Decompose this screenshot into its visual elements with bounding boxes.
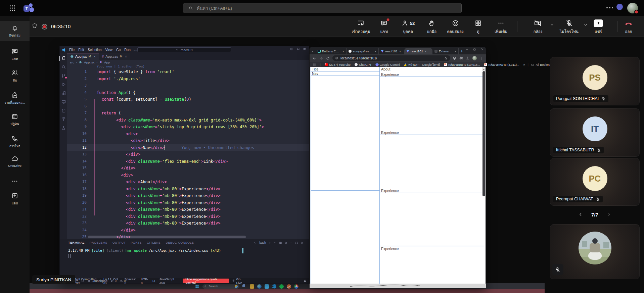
- chevron-down-icon[interactable]: [549, 22, 555, 28]
- downloads-icon[interactable]: [466, 56, 470, 60]
- notifications-bell-icon[interactable]: [303, 279, 307, 283]
- app-launcher-icon[interactable]: [9, 4, 16, 12]
- activity-extensions-icon[interactable]: [61, 91, 66, 96]
- close-tab-icon[interactable]: ×: [399, 50, 401, 53]
- terminal-tab-terminal[interactable]: TERMINAL: [68, 239, 85, 246]
- breadcrumb-item[interactable]: src: [70, 60, 74, 64]
- activity-branch-icon[interactable]: [61, 73, 66, 78]
- browser-tab[interactable]: react101×: [379, 48, 404, 54]
- browser-menu-icon[interactable]: [479, 56, 483, 60]
- code-line[interactable]: 3: [67, 82, 309, 89]
- meeting-button-take-control[interactable]: เข้าควบคุม: [352, 19, 370, 35]
- code-line[interactable]: 13 </div>: [67, 151, 309, 158]
- bookmark-item[interactable]: กล่องจดหมาย (3,311)...: [484, 62, 519, 67]
- code-line[interactable]: 19 <div className='mb-80'>Experience</di…: [67, 192, 309, 199]
- meeting-button-share[interactable]: แชร์: [594, 19, 603, 35]
- vscode-taskbar-icon[interactable]: [272, 284, 276, 289]
- chrome-icon[interactable]: [294, 284, 298, 289]
- editor-tab-App.jsx[interactable]: App.jsxM×: [67, 53, 99, 60]
- menu-item[interactable]: Selection: [88, 48, 101, 52]
- status-item[interactable]: UTF-8: [141, 277, 150, 285]
- menu-item[interactable]: View: [105, 48, 113, 52]
- terminal-tab-debug-console[interactable]: DEBUG CONSOLE: [166, 241, 194, 244]
- code-line[interactable]: 8 <div className='mx-auto max-w-6xl grid…: [67, 117, 309, 124]
- terminal-tab-gitlens[interactable]: GITLENS: [147, 241, 160, 244]
- activity-search-icon[interactable]: [61, 64, 66, 69]
- code-line[interactable]: 24 </div>: [67, 227, 309, 234]
- breadcrumb-item[interactable]: App: [104, 60, 110, 64]
- meeting-button-more[interactable]: เพิ่มเติม: [495, 19, 507, 35]
- extension-cube-icon[interactable]: [453, 56, 456, 60]
- participant-tile[interactable]: PCPeerapat CHAIWAT: [550, 158, 640, 206]
- code-line[interactable]: 7 return (: [67, 110, 309, 117]
- user-avatar[interactable]: [627, 3, 638, 13]
- browser-tab[interactable]: Brittany Chiang×: [316, 48, 347, 54]
- status-item[interactable]: Not Committed Yet: [75, 277, 100, 285]
- task-view-icon[interactable]: [242, 284, 247, 289]
- meeting-button-view[interactable]: ดู: [474, 19, 482, 35]
- site-info-icon[interactable]: [335, 56, 338, 60]
- close-tab-icon[interactable]: ×: [375, 50, 376, 53]
- menu-item[interactable]: File: [69, 48, 75, 52]
- vscode-nav-arrows[interactable]: ←→: [126, 47, 136, 51]
- browser-profile-avatar[interactable]: [472, 56, 477, 60]
- code-line[interactable]: 21 <div className='mb-80'>Experience</di…: [67, 206, 309, 213]
- status-item[interactable]: Ln 12, Col 31: [103, 277, 122, 285]
- go-live-button[interactable]: Go Live: [232, 277, 246, 285]
- code-line[interactable]: 20 <div className='mb-80'>Experience</di…: [67, 199, 309, 206]
- sidebar-item-activity[interactable]: กิจกรรม: [0, 21, 30, 41]
- pager-next-icon[interactable]: [606, 212, 612, 217]
- address-bar[interactable]: localhost:5173/react101/: [332, 55, 450, 61]
- browser-tab[interactable]: react101×: [404, 48, 432, 54]
- self-video-tile[interactable]: [550, 224, 640, 279]
- code-line[interactable]: 2import './App.css': [67, 76, 309, 83]
- activity-flask-icon[interactable]: [61, 126, 66, 131]
- code-line[interactable]: 12 <div>Nav</div>You, now • Uncommitted …: [67, 144, 309, 151]
- code-line[interactable]: 6: [67, 103, 309, 110]
- close-tab-icon[interactable]: ×: [455, 50, 456, 53]
- activity-antenna-icon[interactable]: [61, 117, 66, 122]
- edge-icon[interactable]: [257, 284, 262, 289]
- sidebar-item-calendar[interactable]: ปฏิทิน: [0, 109, 30, 130]
- code-line[interactable]: 17 <div >About</div>: [67, 179, 309, 186]
- close-icon[interactable]: [480, 48, 484, 51]
- sidebar-item-teams[interactable]: ทีม: [0, 66, 30, 86]
- teams-logo-icon[interactable]: T: [24, 3, 34, 13]
- activity-db-icon[interactable]: [61, 108, 66, 113]
- breadcrumb-item[interactable]: App.jsx: [84, 60, 94, 64]
- tab-search-chevron-icon[interactable]: [311, 48, 316, 54]
- activity-files-icon[interactable]: [61, 56, 66, 61]
- terminal-output[interactable]: 3:17:49 PM [vite] (client) hmr update /s…: [60, 246, 309, 252]
- close-tab-icon[interactable]: ×: [125, 55, 127, 58]
- sidebar-item-apps[interactable]: แอป: [0, 189, 30, 209]
- topbar-more-icon[interactable]: [606, 7, 613, 8]
- sidebar-item-onedrive[interactable]: OneDrive: [0, 151, 30, 171]
- code-line[interactable]: 18 <div className='mb-80'>Experience</di…: [67, 186, 309, 193]
- code-line[interactable]: 9 <div className='sticky top-0 grid grid…: [67, 124, 309, 131]
- microsoft-store-icon[interactable]: [265, 284, 269, 289]
- meeting-button-react[interactable]: ตอบสนอง: [447, 19, 463, 35]
- close-tab-icon[interactable]: ×: [342, 50, 344, 53]
- copilot-quota-alert[interactable]: Inline suggestions quota reached: [183, 279, 229, 283]
- terminal-tab-problems[interactable]: PROBLEMS: [90, 241, 107, 244]
- participant-tile[interactable]: PSPongpat SONTHICHAI: [550, 57, 640, 105]
- close-tab-icon[interactable]: ×: [425, 50, 426, 53]
- code-line[interactable]: 16 <div>: [67, 172, 309, 179]
- back-icon[interactable]: [312, 56, 317, 60]
- bookmark-item[interactable]: (2747) YouTube: [325, 63, 351, 66]
- status-item[interactable]: JavaScript JSX: [159, 277, 180, 285]
- sidebar-item-calls[interactable]: การโทร: [0, 132, 30, 152]
- new-tab-button[interactable]: +: [459, 48, 465, 54]
- code-line[interactable]: 23 <div className='mb-80'>Experience</di…: [67, 220, 309, 227]
- code-line[interactable]: 15 </div>: [67, 165, 309, 172]
- windows-start-icon[interactable]: [195, 284, 199, 289]
- sidebar-item-more[interactable]: [0, 171, 30, 191]
- menu-item[interactable]: Edit: [78, 48, 84, 52]
- participant-tile[interactable]: ITIttichai TASSABUTR: [550, 108, 640, 157]
- codelens-annotation[interactable]: You, now | 1 author (You): [67, 64, 309, 68]
- close-tab-icon[interactable]: ×: [94, 55, 96, 58]
- bookmarks-overflow-chevron[interactable]: »: [523, 63, 525, 66]
- page-scrollbar[interactable]: ▲: [482, 67, 486, 284]
- vscode-editor[interactable]: You, now | 1 author (You) 1import { useS…: [67, 64, 309, 239]
- code-line[interactable]: 5 const [count, setCount] = useState(0): [67, 96, 309, 103]
